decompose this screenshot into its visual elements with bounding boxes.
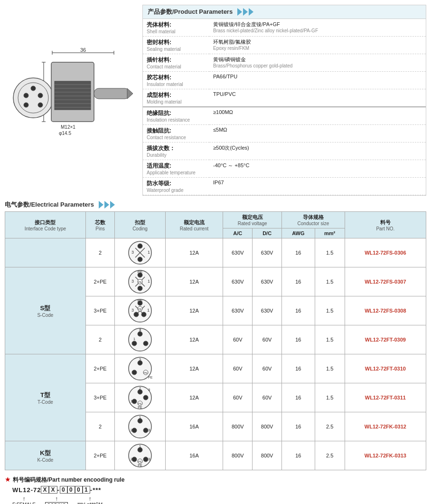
th-dc: D/C (253, 228, 282, 238)
svg-point-49 (134, 312, 139, 317)
partno-cell: WL12-72FS-0306 (345, 238, 426, 267)
coding-cell: PE31PE (115, 267, 165, 296)
svg-point-10 (31, 86, 36, 91)
partno-cell: WL12-72FS-0308 (345, 296, 426, 325)
footer-rule-title: ★ 料号编码规格/Part number encooding rule (5, 476, 426, 484)
svg-text:2: 2 (139, 386, 141, 390)
param-row: 胶芯材料:Insulator materialPA66/TPU (143, 72, 426, 89)
coding-cell: PEPE31 (115, 296, 165, 325)
th-pins: 芯数 Pins (85, 212, 115, 238)
product-params-title: 产品参数/Product Parameters (148, 8, 233, 16)
table-row: S型S-Code2+PEPE31PE12A630V630V161.5WL12-7… (5, 267, 426, 296)
param-label-cell: 插针材料:Contact material (143, 54, 209, 72)
partno-cell: WL12-72FT-0310 (345, 354, 426, 383)
mm2-cell: 1.5 (315, 354, 345, 383)
dc-cell: 800V (253, 412, 282, 441)
param-value-cell: 黄铜/磷铜镀金Brass/Phosphorus copper gold-plat… (209, 54, 426, 72)
mm2-cell: 1.5 (315, 238, 345, 267)
svg-point-91 (132, 457, 137, 462)
awg-cell: 16 (282, 325, 315, 354)
param-value-cell: TPU/PVC (209, 89, 426, 107)
dc-cell: 60V (253, 325, 282, 354)
table-row: K型K-Code2+PEPE321PE16A800V800V162.5WL12-… (5, 441, 426, 470)
ac-cell: 800V (223, 441, 253, 470)
current-cell: 12A (165, 296, 223, 325)
dc-cell: 630V (253, 238, 282, 267)
svg-text:φ14.5: φ14.5 (59, 131, 71, 136)
svg-marker-25 (127, 88, 133, 99)
svg-point-12 (38, 93, 43, 98)
svg-text:3: 3 (131, 279, 134, 284)
svg-text:1: 1 (133, 337, 136, 341)
svg-text:3: 3 (148, 428, 150, 432)
current-cell: 16A (165, 412, 223, 441)
param-label-cell: 插拔次数：Durability (143, 143, 209, 160)
svg-text:1: 1 (131, 370, 134, 374)
current-cell: 12A (165, 325, 223, 354)
current-cell: 16A (165, 441, 223, 470)
param-row: 壳体材料:Shell material黄铜镀镍/锌合金度镍/PA+GFBrass… (143, 19, 426, 37)
mm2-cell: 1.5 (315, 383, 345, 412)
pins-cell: 2+PE (85, 354, 115, 383)
ac-cell: 800V (223, 412, 253, 441)
th-conductor: 导体规格 Conductor size (282, 212, 345, 228)
coding-cell: PE31PE (115, 354, 165, 383)
svg-text:PE: PE (138, 298, 143, 303)
footer-code-line: WL12-72 X X - 0 0 0 1 -*** (12, 486, 426, 494)
param-label-cell: 胶芯材料:Insulator material (143, 72, 209, 89)
svg-text:36: 36 (80, 47, 86, 53)
ac-cell: 60V (223, 383, 253, 412)
footer-code-box5: 0 (75, 486, 83, 494)
coding-cell: 3131 (115, 325, 165, 354)
svg-text:3: 3 (148, 457, 150, 461)
param-label-cell: 适用温度:Applicable temperature (143, 160, 209, 178)
awg-cell: 16 (282, 267, 315, 296)
ac-cell: 630V (223, 238, 253, 267)
param-row: 插针材料:Contact material黄铜/磷铜镀金Brass/Phosph… (143, 54, 426, 72)
mm2-cell: 1.5 (315, 267, 345, 296)
param-value-cell: ≥100MΩ (209, 107, 426, 125)
footer-label-length: ↑ ***:L=***CM (77, 495, 103, 504)
mm2-cell: 2.5 (315, 441, 345, 470)
svg-point-13 (24, 103, 28, 107)
th-coding: 扣型 Coding (115, 212, 165, 238)
dc-cell: 630V (253, 267, 282, 296)
param-row: 适用温度:Applicable temperature-40°C ～ +85°C (143, 160, 426, 178)
param-label-cell: 防水等级:Waterproof grade (143, 178, 209, 195)
svg-point-84 (132, 428, 137, 433)
coding-cell: 31 (115, 238, 165, 267)
footer: ★ 料号编码规格/Part number encooding rule WL12… (5, 476, 426, 504)
current-cell: 12A (165, 383, 223, 412)
param-row: 接触阻抗:Contact resistance≤5MΩ (143, 125, 426, 143)
param-label-cell: 绝缘阻抗:Insulation resistance (143, 107, 209, 125)
svg-text:PE: PE (138, 460, 142, 463)
awg-cell: 16 (282, 383, 315, 412)
footer-code-box1: X (41, 486, 49, 494)
svg-rect-24 (94, 88, 130, 99)
code-type-cell: K型K-Code (5, 441, 86, 470)
pins-cell: 2 (85, 412, 115, 441)
current-cell: 12A (165, 267, 223, 296)
footer-code-prefix: WL12-72 (12, 486, 41, 494)
svg-rect-16 (55, 81, 91, 110)
param-value-cell: -40°C ～ +85°C (209, 160, 426, 178)
footer-star: ★ (5, 476, 11, 483)
param-row: 密封材料:Sealing material环氧树脂/氟橡胶Epoxy resin… (143, 37, 426, 54)
code-type-cell: T型T-Code (5, 354, 86, 441)
th-ac: A/C (223, 228, 253, 238)
coding-cell: PE231PE (115, 383, 165, 412)
dc-cell: 60V (253, 354, 282, 383)
th-partno: 料号 Part NO. (345, 212, 426, 238)
mm2-cell: 2.5 (315, 412, 345, 441)
pins-cell: 3+PE (85, 383, 115, 412)
svg-point-75 (143, 395, 148, 400)
elec-arrow-decoration (99, 201, 115, 209)
ac-cell: 630V (223, 267, 253, 296)
param-label-cell: 壳体材料:Shell material (143, 19, 209, 37)
svg-point-39 (138, 286, 142, 291)
param-value-cell: PA66/TPU (209, 72, 426, 89)
current-cell: 12A (165, 238, 223, 267)
params-table: 壳体材料:Shell material黄铜镀镍/锌合金度镍/PA+GFBrass… (143, 19, 426, 195)
th-voltage: 额定电压 Rated voltage (223, 212, 282, 228)
dc-cell: 630V (253, 296, 282, 325)
